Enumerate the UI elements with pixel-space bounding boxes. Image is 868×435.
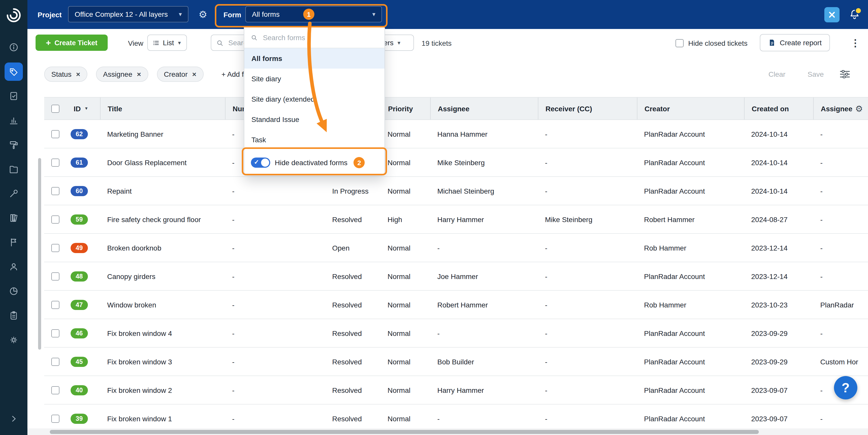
chevron-down-icon: ▾: [178, 39, 181, 46]
cell-created_on: 2024-10-14: [744, 158, 813, 167]
cell-priority: Normal: [380, 158, 430, 167]
row-checkbox[interactable]: [51, 158, 59, 167]
sidebar-item-contacts[interactable]: [5, 258, 23, 276]
hide-deactivated-toggle[interactable]: ✓: [251, 157, 270, 168]
column-header-priority[interactable]: Priority: [380, 97, 430, 119]
sidebar-item-clipboard[interactable]: [5, 307, 23, 325]
row-checkbox[interactable]: [51, 130, 59, 138]
row-checkbox[interactable]: [51, 414, 59, 423]
form-dropdown-value: All forms: [252, 10, 280, 18]
cell-assignee: Michael Steinberg: [430, 187, 538, 195]
column-header-id[interactable]: ID▼: [66, 97, 100, 119]
sidebar-item-tickets[interactable]: [5, 62, 23, 81]
row-checkbox[interactable]: [51, 272, 59, 280]
ticket-row[interactable]: 47Window broken-ResolvedNormalRobert Ham…: [44, 291, 868, 319]
ticket-row[interactable]: 62Marketing Banner-NormalHanna Hammer-Pl…: [44, 120, 868, 148]
sidebar-item-paint-roller[interactable]: [5, 136, 23, 154]
cell-id: 48: [66, 271, 100, 281]
select-all-checkbox[interactable]: [51, 105, 59, 113]
expand-sidebar-icon[interactable]: [0, 410, 27, 428]
sidebar-item-plans-folder[interactable]: [5, 160, 23, 178]
form-option[interactable]: All forms: [244, 48, 384, 68]
form-option[interactable]: Standard Issue: [244, 109, 384, 129]
search-icon: [216, 39, 223, 47]
ticket-row[interactable]: 39Fix broken window 1-ResolvedNormal--Pl…: [44, 405, 868, 426]
cell-assignee2: -: [813, 329, 868, 337]
cell-number: -: [225, 272, 325, 280]
ticket-row[interactable]: 45Fix broken window 3-ResolvedNormalBob …: [44, 348, 868, 376]
column-header-title[interactable]: Title: [100, 97, 225, 119]
sidebar-item-documents[interactable]: [5, 209, 23, 227]
filter-settings-icon[interactable]: [840, 57, 850, 91]
cell-title: Marketing Banner: [100, 130, 225, 138]
column-header-receiver_cc[interactable]: Receiver (CC): [538, 97, 637, 119]
cell-number: -: [225, 386, 325, 394]
ticket-row[interactable]: 40Fix broken window 2-ResolvedNormalHarr…: [44, 376, 868, 405]
column-label: Creator: [645, 105, 670, 113]
remove-filter-icon[interactable]: ×: [192, 70, 196, 78]
ticket-row[interactable]: 61Door Glass Replacement-NormalMike Stei…: [44, 148, 868, 177]
ticket-count: 19 tickets: [422, 29, 452, 57]
hide-closed-checkbox[interactable]: [676, 39, 684, 47]
remove-filter-icon[interactable]: ×: [137, 70, 141, 78]
sidebar-item-tasks[interactable]: [5, 87, 23, 105]
ticket-row[interactable]: 49Broken doorknob-OpenNormal--Rob Hammer…: [44, 234, 868, 262]
tickets-table: ID▼TitleNumberStatusPriorityAssigneeRece…: [44, 97, 868, 426]
row-checkbox[interactable]: [51, 329, 59, 337]
sidebar-item-statistics[interactable]: [5, 111, 23, 129]
column-settings-gear-icon[interactable]: ⚙: [853, 104, 863, 114]
form-option[interactable]: Site diary: [244, 68, 384, 89]
more-options-kebab-icon[interactable]: ⋮: [848, 29, 862, 57]
filter-chip[interactable]: Status×: [44, 66, 87, 82]
project-settings-gear-icon[interactable]: ⚙: [198, 0, 207, 29]
view-mode-dropdown[interactable]: List ▾: [147, 34, 187, 51]
cell-assignee: Joe Hammer: [430, 272, 538, 280]
ticket-row[interactable]: 48Canopy girders-ResolvedNormalJoe Hamme…: [44, 262, 868, 291]
filter-chip[interactable]: Creator×: [157, 66, 204, 82]
cell-select: [44, 329, 66, 337]
remove-filter-icon[interactable]: ×: [76, 70, 80, 78]
row-checkbox[interactable]: [51, 244, 59, 252]
horizontal-scrollbar-thumb[interactable]: [50, 430, 759, 434]
cell-receiver_cc: -: [538, 244, 637, 252]
hide-closed-tickets-control[interactable]: Hide closed tickets: [676, 29, 747, 57]
sidebar-item-flags[interactable]: [5, 233, 23, 252]
sidebar-item-automations[interactable]: [5, 331, 23, 349]
clear-filters-button[interactable]: Clear: [769, 57, 785, 91]
save-filters-button[interactable]: Save: [808, 57, 824, 91]
column-header-assignee[interactable]: Assignee: [430, 97, 538, 119]
create-report-button[interactable]: Create report: [760, 34, 830, 51]
ticket-row[interactable]: 59Fire safety check ground floor-Resolve…: [44, 205, 868, 234]
column-header-creator[interactable]: Creator: [637, 97, 744, 119]
planradar-logo-icon[interactable]: [0, 5, 27, 26]
apps-icon[interactable]: [824, 7, 840, 22]
cell-priority: Normal: [380, 386, 430, 394]
row-checkbox[interactable]: [51, 187, 59, 195]
row-checkbox[interactable]: [51, 300, 59, 309]
form-option[interactable]: Task: [244, 129, 384, 150]
cell-select: [44, 357, 66, 366]
sidebar-item-overview[interactable]: [5, 38, 23, 56]
help-button[interactable]: ?: [834, 376, 857, 400]
row-checkbox[interactable]: [51, 386, 59, 394]
project-dropdown[interactable]: Office Complex 12 - All layers ▾: [68, 6, 188, 22]
cell-status: Resolved: [325, 386, 380, 394]
row-checkbox[interactable]: [51, 215, 59, 223]
row-checkbox[interactable]: [51, 357, 59, 366]
create-ticket-button[interactable]: + Create Ticket: [36, 34, 108, 51]
column-header-created_on[interactable]: Created on: [744, 97, 813, 119]
cell-assignee2: -: [813, 244, 868, 252]
form-option[interactable]: Site diary (extended): [244, 89, 384, 109]
ticket-row[interactable]: 60Repaint-In ProgressNormalMichael Stein…: [44, 177, 868, 205]
sidebar-item-tools[interactable]: [5, 184, 23, 203]
sidebar-item-reports[interactable]: [5, 282, 23, 300]
notifications-bell-icon[interactable]: [849, 8, 861, 21]
cell-created_on: 2023-12-14: [744, 244, 813, 252]
form-search-input[interactable]: [262, 33, 378, 42]
vertical-scrollbar[interactable]: [38, 158, 41, 350]
filter-chip[interactable]: Assignee×: [96, 66, 148, 82]
cell-assignee2: -: [813, 158, 868, 167]
ticket-row[interactable]: 46Fix broken window 4-ResolvedNormal--Pl…: [44, 319, 868, 348]
cell-id: 40: [66, 385, 100, 395]
hide-deactivated-forms-row[interactable]: ✓ Hide deactivated forms 2: [244, 150, 384, 175]
